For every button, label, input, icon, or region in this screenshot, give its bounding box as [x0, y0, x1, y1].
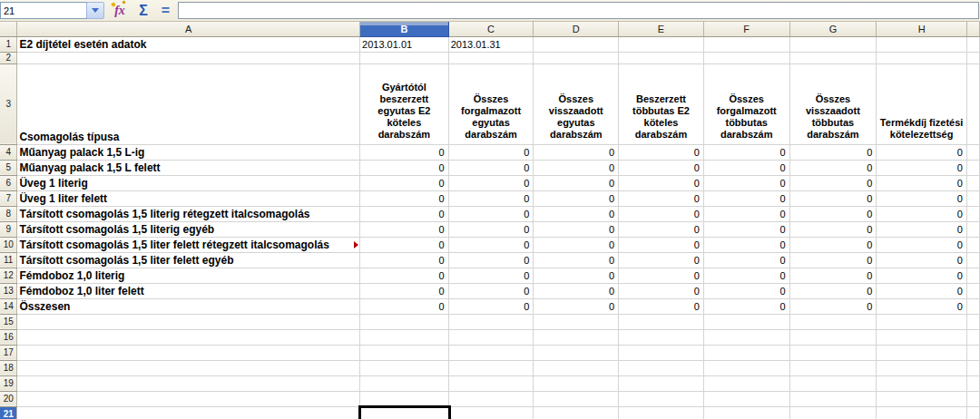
- cell-H6[interactable]: 0: [877, 175, 967, 190]
- cell-sliver18[interactable]: [966, 360, 979, 375]
- cell-E12[interactable]: 0: [619, 268, 704, 283]
- cell-A15[interactable]: [17, 314, 360, 329]
- cell-F5[interactable]: 0: [703, 160, 789, 175]
- cell-F4[interactable]: 0: [703, 144, 789, 160]
- cell-H9[interactable]: 0: [877, 221, 967, 237]
- row-header-4[interactable]: 4: [0, 144, 17, 160]
- cell-F18[interactable]: [703, 360, 789, 375]
- cell-B9[interactable]: 0: [360, 221, 449, 237]
- cell-C16[interactable]: [448, 329, 534, 345]
- cell-E7[interactable]: 0: [619, 190, 704, 206]
- cell-sliver19[interactable]: [966, 375, 979, 391]
- cell-D10[interactable]: 0: [534, 237, 619, 252]
- cell-H19[interactable]: [877, 375, 967, 391]
- cell-A13[interactable]: Fémdoboz 1,0 liter felett: [17, 283, 360, 298]
- cell-G15[interactable]: [789, 314, 877, 329]
- cell-C11[interactable]: 0: [448, 252, 534, 268]
- cell-H1[interactable]: [877, 36, 967, 52]
- cell-E19[interactable]: [619, 375, 704, 391]
- cell-sliver2[interactable]: [966, 52, 979, 63]
- cell-H4[interactable]: 0: [877, 144, 967, 160]
- cell-G16[interactable]: [789, 329, 877, 345]
- cell-D14[interactable]: 0: [534, 298, 619, 314]
- cell-F20[interactable]: [703, 391, 789, 406]
- row-header-14[interactable]: 14: [0, 298, 17, 314]
- cell-A3[interactable]: Csomagolás típusa: [17, 63, 360, 144]
- cell-E10[interactable]: 0: [619, 237, 704, 252]
- cell-B20[interactable]: [360, 391, 449, 406]
- row-header-13[interactable]: 13: [0, 283, 17, 298]
- cell-F6[interactable]: 0: [703, 175, 789, 190]
- column-header-A[interactable]: A: [17, 22, 360, 36]
- cell-G11[interactable]: 0: [789, 252, 877, 268]
- cell-E16[interactable]: [619, 329, 704, 345]
- cell-F19[interactable]: [703, 375, 789, 391]
- cell-H10[interactable]: 0: [877, 237, 967, 252]
- cell-B19[interactable]: [360, 375, 449, 391]
- cell-H2[interactable]: [877, 52, 967, 63]
- cell-B5[interactable]: 0: [360, 160, 449, 175]
- cell-E18[interactable]: [619, 360, 704, 375]
- cell-H14[interactable]: 0: [877, 298, 967, 314]
- column-header-C[interactable]: C: [448, 22, 534, 36]
- cell-A11[interactable]: Társított csomagolás 1,5 liter felett eg…: [17, 252, 360, 268]
- cell-G8[interactable]: 0: [789, 206, 877, 221]
- cell-H11[interactable]: 0: [877, 252, 967, 268]
- cell-G14[interactable]: 0: [789, 298, 877, 314]
- cell-sliver4[interactable]: [966, 144, 979, 160]
- cell-A4[interactable]: Műanyag palack 1,5 L-ig: [17, 144, 360, 160]
- cell-E9[interactable]: 0: [619, 221, 704, 237]
- cell-G2[interactable]: [789, 52, 877, 63]
- cell-C6[interactable]: 0: [448, 175, 534, 190]
- cell-D4[interactable]: 0: [534, 144, 619, 160]
- cell-sliver8[interactable]: [966, 206, 979, 221]
- cell-A2[interactable]: [17, 52, 360, 63]
- function-wizard-button[interactable]: fx: [109, 1, 131, 20]
- cell-C3[interactable]: Összes forgalmazott egyutas darabszám: [448, 63, 534, 144]
- cell-G5[interactable]: 0: [789, 160, 877, 175]
- cell-G20[interactable]: [789, 391, 877, 406]
- cell-F1[interactable]: [703, 36, 789, 52]
- cell-A12[interactable]: Fémdoboz 1,0 literig: [17, 268, 360, 283]
- cell-H16[interactable]: [877, 329, 967, 345]
- cell-D17[interactable]: [534, 345, 619, 360]
- cell-E13[interactable]: 0: [619, 283, 704, 298]
- cell-C4[interactable]: 0: [448, 144, 534, 160]
- cell-B2[interactable]: [360, 52, 449, 63]
- cell-C8[interactable]: 0: [448, 206, 534, 221]
- cell-E21[interactable]: [619, 406, 704, 419]
- cell-F2[interactable]: [703, 52, 789, 63]
- cell-E4[interactable]: 0: [619, 144, 704, 160]
- cell-E8[interactable]: 0: [619, 206, 704, 221]
- cell-B6[interactable]: 0: [360, 175, 449, 190]
- cell-A5[interactable]: Műanyag palack 1,5 L felett: [17, 160, 360, 175]
- row-header-20[interactable]: 20: [0, 391, 17, 406]
- cell-sliver12[interactable]: [966, 268, 979, 283]
- cell-sliver7[interactable]: [966, 190, 979, 206]
- row-header-12[interactable]: 12: [0, 268, 17, 283]
- cell-F12[interactable]: 0: [703, 268, 789, 283]
- cell-D18[interactable]: [534, 360, 619, 375]
- cell-B16[interactable]: [360, 329, 449, 345]
- cell-F8[interactable]: 0: [703, 206, 789, 221]
- cell-C12[interactable]: 0: [448, 268, 534, 283]
- cell-G6[interactable]: 0: [789, 175, 877, 190]
- cell-D21[interactable]: [534, 406, 619, 419]
- cell-C9[interactable]: 0: [448, 221, 534, 237]
- cell-F3[interactable]: Összes forgalmazott többutas darabszám: [703, 63, 789, 144]
- cell-D12[interactable]: 0: [534, 268, 619, 283]
- cell-F21[interactable]: [703, 406, 789, 419]
- row-header-1[interactable]: 1: [0, 36, 17, 52]
- cell-B4[interactable]: 0: [360, 144, 449, 160]
- cell-A19[interactable]: [17, 375, 360, 391]
- cell-G17[interactable]: [789, 345, 877, 360]
- cell-D1[interactable]: [534, 36, 619, 52]
- cell-B12[interactable]: 0: [360, 268, 449, 283]
- cell-B3[interactable]: Gyártótól beszerzett egyutas E2 köteles …: [360, 63, 449, 144]
- cell-F9[interactable]: 0: [703, 221, 789, 237]
- cell-E15[interactable]: [619, 314, 704, 329]
- column-header-F[interactable]: F: [703, 22, 789, 36]
- cell-C2[interactable]: [448, 52, 534, 63]
- cell-D8[interactable]: 0: [534, 206, 619, 221]
- cell-A18[interactable]: [17, 360, 360, 375]
